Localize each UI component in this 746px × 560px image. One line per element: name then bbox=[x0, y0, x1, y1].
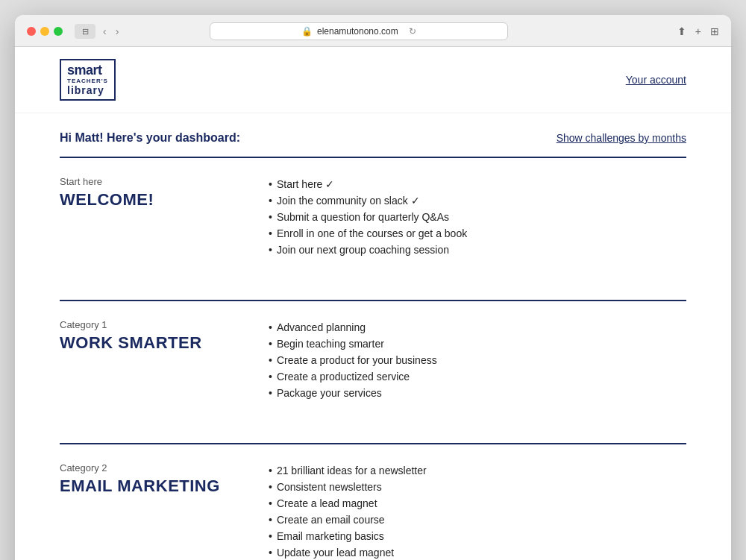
list-item[interactable]: Update your lead magnet bbox=[269, 544, 686, 560]
list-item[interactable]: 21 brilliant ideas for a newsletter bbox=[269, 462, 686, 479]
browser-actions: ⬆ + ⊞ bbox=[677, 25, 719, 37]
section-label-0: Start here bbox=[60, 176, 239, 187]
logo: smart teacher's library bbox=[60, 59, 116, 101]
list-item[interactable]: Start here ✓ bbox=[269, 176, 686, 192]
list-item[interactable]: Consistent newsletters bbox=[269, 479, 686, 495]
minimize-button[interactable] bbox=[40, 27, 49, 36]
close-button[interactable] bbox=[27, 27, 36, 36]
section-items-2: 21 brilliant ideas for a newsletterConsi… bbox=[269, 462, 686, 560]
forward-button[interactable]: › bbox=[114, 25, 121, 37]
section-items-0: Start here ✓Join the community on slack … bbox=[269, 176, 686, 258]
greeting-text: Hi Matt! Here's your dashboard: bbox=[60, 131, 240, 145]
list-item[interactable]: Email marketing basics bbox=[269, 528, 686, 544]
browser-chrome: ⊟ ‹ › 🔒 elenamutonono.com ↻ ⬆ + ⊞ bbox=[15, 15, 731, 47]
section-label-2: Category 2 bbox=[60, 462, 239, 474]
section-0: Start hereWELCOME!Start here ✓Join the c… bbox=[60, 157, 686, 270]
list-item[interactable]: Create a productized service bbox=[269, 368, 686, 385]
reload-icon[interactable]: ↻ bbox=[409, 26, 416, 37]
list-item[interactable]: Join our next group coaching session bbox=[269, 242, 686, 258]
section-left-1: Category 1WORK SMARTER bbox=[60, 319, 239, 401]
sections-container: Start hereWELCOME!Start here ✓Join the c… bbox=[60, 157, 686, 560]
section-1: Category 1WORK SMARTERAdvanced planningB… bbox=[60, 300, 686, 413]
section-label-1: Category 1 bbox=[60, 319, 239, 330]
browser-window: ⊟ ‹ › 🔒 elenamutonono.com ↻ ⬆ + ⊞ smart … bbox=[15, 15, 731, 560]
list-item[interactable]: Create a lead magnet bbox=[269, 495, 686, 512]
list-item[interactable]: Create a product for your business bbox=[269, 352, 686, 368]
list-item[interactable]: Join the community on slack ✓ bbox=[269, 192, 686, 209]
show-challenges-link[interactable]: Show challenges by months bbox=[557, 132, 686, 144]
share-button[interactable]: ⬆ bbox=[677, 25, 686, 37]
section-left-2: Category 2EMAIL MARKETING bbox=[60, 462, 239, 560]
dashboard-header: Hi Matt! Here's your dashboard: Show cha… bbox=[60, 131, 686, 145]
sidebar-toggle-button[interactable]: ⊟ bbox=[75, 24, 95, 39]
new-tab-button[interactable]: + bbox=[695, 25, 701, 37]
list-item[interactable]: Package your services bbox=[269, 385, 686, 401]
list-item[interactable]: Begin teaching smarter bbox=[269, 336, 686, 352]
section-title-1: WORK SMARTER bbox=[60, 333, 239, 353]
grid-button[interactable]: ⊞ bbox=[710, 25, 719, 37]
logo-smart: smart bbox=[67, 63, 108, 78]
list-item[interactable]: Submit a question for quarterly Q&As bbox=[269, 209, 686, 225]
section-title-0: WELCOME! bbox=[60, 190, 239, 210]
list-item[interactable]: Advanced planning bbox=[269, 319, 686, 336]
traffic-lights bbox=[27, 27, 63, 36]
section-2: Category 2EMAIL MARKETING21 brilliant id… bbox=[60, 443, 686, 560]
section-left-0: Start hereWELCOME! bbox=[60, 176, 239, 258]
logo-library: library bbox=[67, 85, 108, 96]
url-display: elenamutonono.com bbox=[317, 26, 398, 37]
your-account-link[interactable]: Your account bbox=[626, 74, 686, 86]
main-content: Hi Matt! Here's your dashboard: Show cha… bbox=[15, 113, 731, 560]
section-items-1: Advanced planningBegin teaching smarterC… bbox=[269, 319, 686, 401]
list-item[interactable]: Enroll in one of the courses or get a bo… bbox=[269, 225, 686, 242]
list-item[interactable]: Create an email course bbox=[269, 512, 686, 528]
maximize-button[interactable] bbox=[54, 27, 63, 36]
address-bar[interactable]: 🔒 elenamutonono.com ↻ bbox=[210, 22, 508, 40]
site-header: smart teacher's library Your account bbox=[15, 47, 731, 113]
section-title-2: EMAIL MARKETING bbox=[60, 476, 239, 496]
page-content: smart teacher's library Your account Hi … bbox=[15, 47, 731, 560]
security-icon: 🔒 bbox=[301, 26, 313, 37]
back-button[interactable]: ‹ bbox=[101, 25, 108, 37]
browser-controls: ⊟ ‹ › bbox=[75, 24, 120, 39]
